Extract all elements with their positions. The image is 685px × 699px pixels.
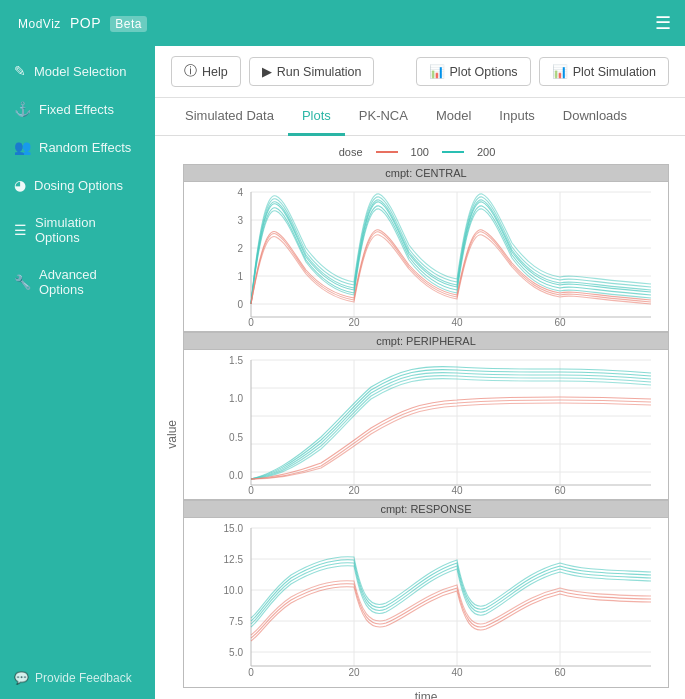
tabs: Simulated Data Plots PK-NCA Model Inputs…	[155, 98, 685, 136]
chart-icon: ✎	[14, 63, 26, 79]
tab-model[interactable]: Model	[422, 98, 485, 136]
toolbar-right: 📊 Plot Options 📊 Plot Simulation	[416, 57, 669, 86]
help-button[interactable]: ⓘ Help	[171, 56, 241, 87]
legend-line-100	[376, 151, 398, 153]
chart-area: dose 100 200 value cmpt: CENTRAL	[155, 136, 685, 699]
svg-text:3: 3	[237, 215, 243, 226]
panel-title-response: cmpt: RESPONSE	[183, 500, 669, 517]
sidebar-item-fixed-effects[interactable]: ⚓ Fixed Effects	[0, 90, 155, 128]
sidebar-item-label: Simulation Options	[35, 215, 141, 245]
sidebar-item-dosing-options[interactable]: ◕ Dosing Options	[0, 166, 155, 204]
svg-text:0: 0	[248, 485, 254, 495]
svg-text:4: 4	[237, 187, 243, 198]
run-simulation-button[interactable]: ▶ Run Simulation	[249, 57, 375, 86]
chart-panel-response: cmpt: RESPONSE	[183, 500, 669, 688]
menu-icon[interactable]: ☰	[655, 12, 671, 34]
help-label: Help	[202, 65, 228, 79]
plot-options-label: Plot Options	[450, 65, 518, 79]
info-icon: ⓘ	[184, 63, 197, 80]
svg-text:1.5: 1.5	[229, 355, 243, 366]
content-area: ⓘ Help ▶ Run Simulation 📊 Plot Options 📊…	[155, 46, 685, 699]
app-header: ModViz POP Beta ☰	[0, 0, 685, 46]
feedback-label: Provide Feedback	[35, 671, 132, 685]
legend-label-200: 200	[477, 146, 495, 158]
charts-column: cmpt: CENTRAL	[183, 164, 669, 699]
svg-text:40: 40	[451, 485, 463, 495]
svg-text:7.5: 7.5	[229, 616, 243, 627]
svg-text:0: 0	[248, 667, 254, 678]
run-label: Run Simulation	[277, 65, 362, 79]
svg-text:60: 60	[554, 485, 566, 495]
provide-feedback-button[interactable]: 💬 Provide Feedback	[0, 657, 155, 699]
svg-text:20: 20	[348, 485, 360, 495]
plot-simulation-button[interactable]: 📊 Plot Simulation	[539, 57, 669, 86]
sidebar-item-label: Advanced Options	[39, 267, 141, 297]
tab-inputs[interactable]: Inputs	[485, 98, 548, 136]
legend-line-200	[442, 151, 464, 153]
chart-svg-response: 15.0 12.5 10.0 7.5 5.0 0 20 40 60	[183, 517, 669, 688]
chart-panel-peripheral: cmpt: PERIPHERAL	[183, 332, 669, 500]
sidebar-item-random-effects[interactable]: 👥 Random Effects	[0, 128, 155, 166]
feedback-icon: 💬	[14, 671, 29, 685]
legend-label-100: 100	[411, 146, 429, 158]
svg-text:20: 20	[348, 317, 360, 327]
sidebar-item-simulation-options[interactable]: ☰ Simulation Options	[0, 204, 155, 256]
chart-svg-central: 4 3 2 1 0 0 20 40 60	[183, 181, 669, 332]
charts-container: value cmpt: CENTRAL	[165, 164, 669, 699]
plot-simulation-label: Plot Simulation	[573, 65, 656, 79]
main-layout: ✎ Model Selection ⚓ Fixed Effects 👥 Rand…	[0, 46, 685, 699]
sidebar-item-model-selection[interactable]: ✎ Model Selection	[0, 52, 155, 90]
svg-text:20: 20	[348, 667, 360, 678]
y-axis-label: value	[165, 420, 183, 449]
tab-plots[interactable]: Plots	[288, 98, 345, 136]
svg-text:1.0: 1.0	[229, 393, 243, 404]
sidebar-item-advanced-options[interactable]: 🔧 Advanced Options	[0, 256, 155, 308]
sidebar-item-label: Fixed Effects	[39, 102, 114, 117]
svg-text:0.0: 0.0	[229, 470, 243, 481]
beta-badge: Beta	[110, 16, 147, 32]
svg-text:10.0: 10.0	[224, 585, 244, 596]
chart-panel-central: cmpt: CENTRAL	[183, 164, 669, 332]
play-icon: ▶	[262, 64, 272, 79]
chart-legend: dose 100 200	[339, 146, 496, 158]
pill-icon: ◕	[14, 177, 26, 193]
svg-text:0: 0	[248, 317, 254, 327]
list-icon: ☰	[14, 222, 27, 238]
plot-simulation-icon: 📊	[552, 64, 568, 79]
sidebar-item-label: Model Selection	[34, 64, 127, 79]
svg-text:60: 60	[554, 317, 566, 327]
tab-downloads[interactable]: Downloads	[549, 98, 641, 136]
panel-title-central: cmpt: CENTRAL	[183, 164, 669, 181]
x-axis-label: time	[183, 690, 669, 699]
tab-simulated-data[interactable]: Simulated Data	[171, 98, 288, 136]
legend-prefix: dose	[339, 146, 363, 158]
sidebar: ✎ Model Selection ⚓ Fixed Effects 👥 Rand…	[0, 46, 155, 699]
svg-text:5.0: 5.0	[229, 647, 243, 658]
svg-text:0: 0	[237, 299, 243, 310]
tab-pk-nca[interactable]: PK-NCA	[345, 98, 422, 136]
plot-options-icon: 📊	[429, 64, 445, 79]
toolbar: ⓘ Help ▶ Run Simulation 📊 Plot Options 📊…	[155, 46, 685, 98]
svg-text:1: 1	[237, 271, 243, 282]
lock-icon: ⚓	[14, 101, 31, 117]
svg-text:12.5: 12.5	[224, 554, 244, 565]
svg-text:40: 40	[451, 317, 463, 327]
panel-title-peripheral: cmpt: PERIPHERAL	[183, 332, 669, 349]
wrench-icon: 🔧	[14, 274, 31, 290]
svg-text:40: 40	[451, 667, 463, 678]
svg-text:0.5: 0.5	[229, 432, 243, 443]
plot-options-button[interactable]: 📊 Plot Options	[416, 57, 531, 86]
svg-text:15.0: 15.0	[224, 523, 244, 534]
people-icon: 👥	[14, 139, 31, 155]
app-title: ModViz POP Beta	[14, 13, 147, 33]
svg-text:60: 60	[554, 667, 566, 678]
sidebar-item-label: Dosing Options	[34, 178, 123, 193]
svg-text:2: 2	[237, 243, 243, 254]
sidebar-item-label: Random Effects	[39, 140, 131, 155]
chart-svg-peripheral: 1.5 1.0 0.5 0.0 0 20 40 60	[183, 349, 669, 500]
